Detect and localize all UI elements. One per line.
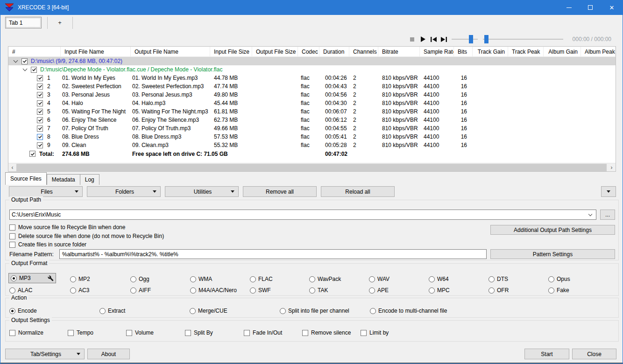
- track-row[interactable]: 7 07. Policy Of Truth 07. Policy Of Trut…: [8, 124, 616, 133]
- filename-pattern-input[interactable]: %albumartist% - %album%\%track2%. %title…: [59, 249, 487, 259]
- album-row[interactable]: D:\music\Depeche Mode - Violator.flac.cu…: [8, 65, 616, 74]
- format-radio-alac[interactable]: ALAC: [9, 286, 68, 295]
- about-button[interactable]: About: [87, 349, 130, 359]
- track-checkbox[interactable]: [37, 75, 43, 81]
- track-row[interactable]: 8 08. Blue Dress 08. Blue Dress.mp3 57.5…: [8, 133, 616, 141]
- track-row[interactable]: 3 03. Personal Jesus 03. Personal Jesus.…: [8, 91, 616, 99]
- minimize-button[interactable]: [558, 0, 580, 15]
- format-radio-ape[interactable]: APE: [369, 286, 428, 295]
- format-radio-wavpack[interactable]: WavPack: [309, 274, 368, 284]
- volume-slider-thumb[interactable]: [469, 35, 473, 43]
- recycle-bin-checkbox[interactable]: Move source file to Recycle Bin when don…: [9, 224, 125, 231]
- tab-log[interactable]: Log: [80, 174, 99, 185]
- pattern-settings-button[interactable]: Pattern Settings: [490, 249, 615, 259]
- close-action-button[interactable]: Close: [572, 349, 616, 359]
- utilities-button[interactable]: Utilities: [165, 186, 239, 197]
- format-radio-mp3[interactable]: MP3: [8, 273, 56, 283]
- scrollbar-thumb[interactable]: [16, 164, 607, 171]
- volume-checkbox[interactable]: Volume: [126, 329, 154, 336]
- album-checkbox[interactable]: [31, 67, 37, 73]
- format-radio-tak[interactable]: TAK: [309, 286, 368, 295]
- maximize-button[interactable]: [580, 0, 601, 15]
- col-header-input-name[interactable]: Input File Name: [61, 47, 131, 56]
- track-row[interactable]: 1 01. World In My Eyes 01. World In My E…: [8, 74, 616, 82]
- folders-button[interactable]: Folders: [87, 186, 161, 197]
- scroll-left-icon[interactable]: ‹: [8, 163, 16, 171]
- col-header-album-gain[interactable]: Album Gain: [544, 47, 581, 56]
- track-checkbox[interactable]: [37, 117, 43, 123]
- format-radio-ogg[interactable]: Ogg: [130, 274, 189, 284]
- additional-output-path-settings-button[interactable]: Additional Output Path Settings: [490, 225, 615, 235]
- tempo-checkbox[interactable]: Tempo: [68, 329, 93, 336]
- col-header-output-size[interactable]: Output File Size: [252, 47, 298, 56]
- delete-source-checkbox[interactable]: Delete source file when done (do not mov…: [9, 232, 164, 240]
- add-tab-button[interactable]: +: [50, 19, 70, 26]
- track-checkbox[interactable]: [37, 100, 43, 106]
- format-radio-fake[interactable]: Fake: [548, 286, 607, 295]
- tab-metadata[interactable]: Metadata: [47, 174, 80, 185]
- col-header-track-gain[interactable]: Track Gain: [473, 47, 508, 56]
- remove-all-button[interactable]: Remove all: [243, 186, 317, 197]
- track-checkbox[interactable]: [37, 126, 43, 132]
- track-checkbox[interactable]: [37, 134, 43, 140]
- format-radio-mp2[interactable]: MP2: [70, 274, 129, 284]
- col-header-duration[interactable]: Duration: [319, 47, 349, 56]
- format-radio-ac3[interactable]: AC3: [70, 286, 129, 295]
- format-radio-ofr[interactable]: OFR: [488, 286, 547, 295]
- fade-in-out-checkbox[interactable]: Fade In/Out: [244, 329, 282, 336]
- normalize-checkbox[interactable]: Normalize: [9, 329, 43, 336]
- col-header-codec[interactable]: Codec: [298, 47, 319, 56]
- create-in-source-checkbox[interactable]: Create files in source folder: [9, 241, 86, 248]
- col-header-bits[interactable]: Bits: [454, 47, 473, 56]
- seek-slider[interactable]: [483, 39, 563, 40]
- col-header-num[interactable]: #: [8, 47, 61, 56]
- track-row[interactable]: 4 04. Halo 04. Halo.mp3 45.44 MB flac 00…: [8, 99, 616, 107]
- track-row[interactable]: 5 05. Waiting For The Night 05. Waiting …: [8, 107, 616, 116]
- reload-all-button[interactable]: Reload all: [321, 186, 395, 197]
- start-button[interactable]: Start: [524, 349, 569, 359]
- limit-by-checkbox[interactable]: Limit by: [361, 329, 389, 336]
- track-checkbox[interactable]: [37, 109, 43, 115]
- track-row[interactable]: 9 09. Clean 09. Clean.mp3 55.32 MB flac …: [8, 141, 616, 149]
- remove-silence-checkbox[interactable]: Remove silence: [302, 329, 351, 336]
- action-radio-encode[interactable]: Encode: [9, 306, 37, 315]
- col-header-track-peak[interactable]: Track Peak: [508, 47, 544, 56]
- track-row[interactable]: 6 06. Enjoy The Silence 06. Enjoy The Si…: [8, 116, 616, 124]
- play-button[interactable]: [419, 35, 427, 43]
- output-path-input[interactable]: C:\Users\Erix\Music: [9, 210, 596, 220]
- total-checkbox[interactable]: [29, 151, 35, 157]
- browse-button[interactable]: ...: [600, 210, 615, 220]
- format-radio-dts[interactable]: DTS: [488, 274, 547, 284]
- folder-checkbox[interactable]: [21, 58, 28, 64]
- col-header-album-peak[interactable]: Album Peak: [581, 47, 616, 56]
- track-checkbox[interactable]: [37, 92, 43, 98]
- track-checkbox[interactable]: [37, 84, 43, 90]
- volume-slider[interactable]: [452, 39, 478, 40]
- col-header-channels[interactable]: Channels: [349, 47, 378, 56]
- skip-forward-button[interactable]: [439, 35, 448, 43]
- seek-slider-thumb[interactable]: [484, 35, 488, 43]
- close-button[interactable]: ✕: [601, 0, 623, 15]
- format-radio-mpc[interactable]: MPC: [429, 286, 488, 295]
- track-checkbox[interactable]: [37, 142, 43, 148]
- tab-source-files[interactable]: Source Files: [5, 172, 47, 185]
- track-row[interactable]: 2 02. Sweetest Perfection 02. Sweetest P…: [8, 82, 616, 91]
- format-radio-wma[interactable]: WMA: [190, 274, 249, 284]
- scroll-right-icon[interactable]: ›: [608, 163, 616, 171]
- horizontal-scrollbar[interactable]: ‹ ›: [8, 163, 616, 171]
- folder-group-row[interactable]: D:\music\ (9/9, 274.68 MB, 00:47:02): [8, 57, 616, 65]
- stop-button[interactable]: [408, 35, 416, 43]
- format-radio-w64[interactable]: W64: [429, 274, 488, 284]
- format-radio-wav[interactable]: WAV: [369, 274, 428, 284]
- col-header-bitrate[interactable]: Bitrate: [378, 47, 420, 56]
- action-radio-split-per-channel[interactable]: Split into file per channel: [280, 306, 349, 315]
- split-by-checkbox[interactable]: Split By: [185, 329, 213, 336]
- more-options-button[interactable]: [601, 186, 616, 197]
- format-radio-opus[interactable]: Opus: [548, 274, 607, 284]
- files-button[interactable]: Files: [9, 186, 83, 197]
- format-radio-swf[interactable]: SWF: [250, 286, 309, 295]
- tab-1[interactable]: Tab 1: [5, 17, 42, 28]
- expander-icon[interactable]: [14, 58, 18, 63]
- expander-icon[interactable]: [23, 66, 28, 71]
- col-header-sample-rate[interactable]: Sample Rate: [420, 47, 454, 56]
